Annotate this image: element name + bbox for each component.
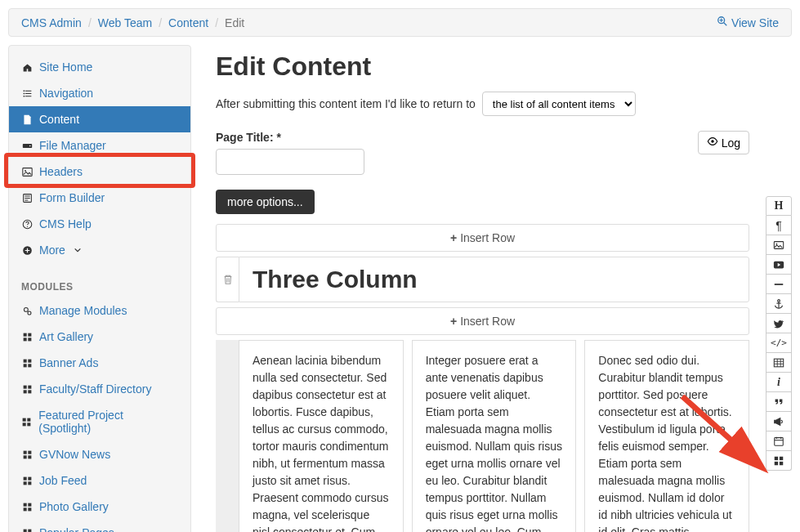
column-1[interactable]: Aenean lacinia bibendum nulla sed consec… xyxy=(239,340,404,532)
svg-rect-53 xyxy=(28,507,31,511)
sidebar-item-content[interactable]: Content xyxy=(9,106,190,132)
tool-quote[interactable] xyxy=(766,392,792,412)
page-title-input[interactable] xyxy=(216,149,364,175)
insert-row-top[interactable]: +Insert Row xyxy=(216,224,749,252)
modules-header: MODULES xyxy=(9,271,190,297)
svg-rect-32 xyxy=(23,418,26,421)
view-site-link[interactable]: View Site xyxy=(717,16,779,29)
grid-icon xyxy=(21,384,33,395)
sidebar-item-label: Content xyxy=(39,113,79,126)
crumb-web-team[interactable]: Web Team xyxy=(98,16,152,29)
breadcrumb: CMS Admin / Web Team / Content / Edit xyxy=(21,16,244,29)
return-text: After submitting this content item I'd l… xyxy=(216,97,476,110)
svg-rect-21 xyxy=(28,359,31,362)
tool-video[interactable] xyxy=(766,255,792,275)
svg-rect-41 xyxy=(28,455,31,458)
tool-anchor[interactable] xyxy=(766,294,792,314)
sidebar-item-label: GVNow News xyxy=(39,448,110,461)
crumb-separator: / xyxy=(88,16,92,29)
page-heading: Edit Content xyxy=(216,51,749,82)
tool-twitter[interactable] xyxy=(766,314,792,333)
tool-info[interactable]: i xyxy=(766,373,792,392)
tool-divider[interactable] xyxy=(766,275,792,294)
column-paragraph: Integer posuere erat a ante venenatis da… xyxy=(426,352,563,532)
sidebar-module-manage-modules[interactable]: Manage Modules xyxy=(9,297,190,324)
svg-rect-28 xyxy=(23,390,26,393)
svg-rect-40 xyxy=(23,455,26,458)
return-select[interactable]: the list of all content items xyxy=(482,92,636,116)
sidebar-item-more[interactable]: More xyxy=(9,237,190,263)
sidebar-item-label: Banner Ads xyxy=(39,356,98,369)
sidebar-item-headers[interactable]: Headers xyxy=(9,159,190,185)
crumb-content[interactable]: Content xyxy=(168,16,208,29)
tool-image[interactable] xyxy=(766,235,792,255)
sidebar-item-navigation[interactable]: Navigation xyxy=(9,80,190,106)
tool-heading[interactable]: H xyxy=(766,196,792,216)
tool-grid[interactable] xyxy=(766,451,792,471)
sidebar-item-form-builder[interactable]: Form Builder xyxy=(9,185,190,211)
crumb-cms-admin[interactable]: CMS Admin xyxy=(21,16,82,29)
svg-rect-23 xyxy=(28,364,31,367)
sidebar-module-banner-ads[interactable]: Banner Ads xyxy=(9,350,190,376)
svg-rect-26 xyxy=(23,385,26,388)
grid-icon xyxy=(21,449,33,460)
svg-rect-29 xyxy=(28,390,31,393)
insert-row-label: Insert Row xyxy=(460,315,515,328)
view-site-label: View Site xyxy=(731,16,779,29)
column-paragraph: Donec sed odio dui. Curabitur blandit te… xyxy=(598,352,735,532)
plus-icon: + xyxy=(450,315,457,328)
svg-rect-51 xyxy=(28,503,31,506)
svg-rect-50 xyxy=(23,503,26,506)
more-options-button[interactable]: more options... xyxy=(216,190,315,214)
sidebar-item-site-home[interactable]: Site Home xyxy=(9,54,190,80)
insert-row-bottom[interactable]: +Insert Row xyxy=(216,307,749,335)
row-delete-handle[interactable] xyxy=(216,257,239,302)
svg-rect-27 xyxy=(28,385,31,388)
form-icon xyxy=(21,193,33,203)
sidebar-module-photo-gallery[interactable]: Photo Gallery xyxy=(9,494,190,520)
tool-calendar[interactable] xyxy=(766,431,792,451)
svg-point-68 xyxy=(711,140,714,143)
svg-rect-34 xyxy=(23,422,26,426)
log-button[interactable]: Log xyxy=(698,131,749,154)
svg-rect-22 xyxy=(23,364,26,367)
crumb-separator: / xyxy=(159,16,162,29)
sidebar-item-label: Popular Pages xyxy=(39,526,114,532)
sidebar-item-file-manager[interactable]: File Manager xyxy=(9,132,190,159)
sidebar-item-label: Featured Project (Spotlight) xyxy=(38,409,172,435)
tool-paragraph[interactable]: ¶ xyxy=(766,216,792,235)
svg-point-5 xyxy=(29,145,30,146)
tool-announce[interactable] xyxy=(766,412,792,431)
svg-rect-16 xyxy=(23,338,26,341)
svg-rect-14 xyxy=(23,333,26,336)
sidebar-module-gvnow-news[interactable]: GVNow News xyxy=(9,441,190,467)
grid-icon xyxy=(21,502,33,512)
svg-rect-87 xyxy=(775,461,778,464)
svg-point-13 xyxy=(27,311,30,314)
list-icon xyxy=(21,88,33,99)
svg-rect-38 xyxy=(23,450,26,454)
svg-rect-52 xyxy=(23,507,26,511)
column-3[interactable]: Donec sed odio dui. Curabitur blandit te… xyxy=(584,340,749,532)
svg-point-10 xyxy=(26,226,27,226)
sidebar-module-featured-project-spotlight-[interactable]: Featured Project (Spotlight) xyxy=(9,402,190,441)
sidebar-item-label: Art Gallery xyxy=(39,330,93,343)
sidebar-item-label: CMS Help xyxy=(39,217,92,230)
tool-table[interactable] xyxy=(766,353,792,373)
main-content: Edit Content After submitting this conte… xyxy=(191,45,766,532)
row-title[interactable]: Three Column xyxy=(239,257,749,302)
sidebar-module-job-feed[interactable]: Job Feed xyxy=(9,467,190,494)
sidebar-module-popular-pages[interactable]: Popular Pages xyxy=(9,520,190,532)
sidebar-module-art-gallery[interactable]: Art Gallery xyxy=(9,324,190,350)
svg-rect-56 xyxy=(23,529,26,532)
home-icon xyxy=(21,62,33,73)
sidebar: Site HomeNavigationContentFile ManagerHe… xyxy=(8,45,191,532)
sidebar-item-cms-help[interactable]: CMS Help xyxy=(9,211,190,237)
tool-code[interactable]: </> xyxy=(766,333,792,353)
grid-icon xyxy=(21,476,33,486)
column-handle[interactable] xyxy=(216,340,239,532)
sidebar-module-faculty-staff-directory[interactable]: Faculty/Staff Directory xyxy=(9,376,190,402)
column-2[interactable]: Integer posuere erat a ante venenatis da… xyxy=(412,340,577,532)
svg-point-12 xyxy=(24,307,28,311)
sidebar-item-label: File Manager xyxy=(39,139,106,152)
